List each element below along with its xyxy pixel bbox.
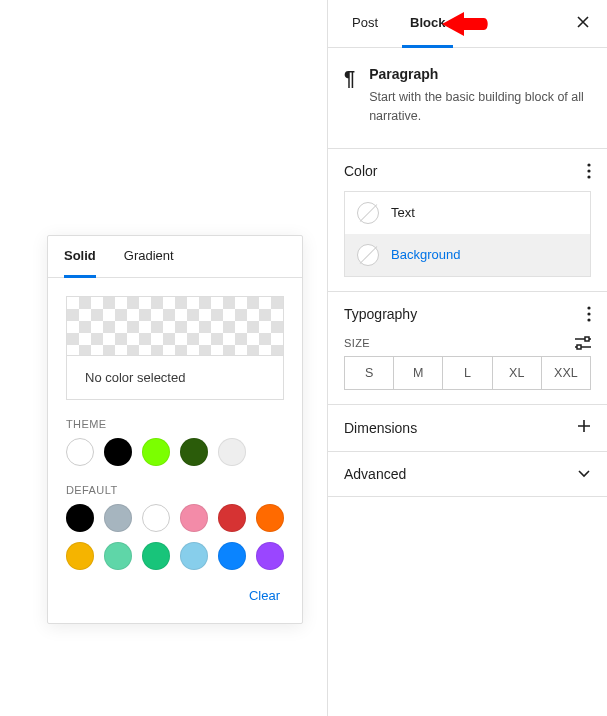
options-icon[interactable]	[587, 306, 591, 322]
size-buttons: SMLXLXXL	[344, 356, 591, 390]
panel-typography-header[interactable]: Typography	[344, 306, 591, 322]
tab-post[interactable]: Post	[344, 0, 386, 48]
color-swatch[interactable]	[104, 438, 132, 466]
tab-block[interactable]: Block	[402, 0, 453, 48]
size-m[interactable]: M	[394, 357, 443, 389]
panel-color: Color Text Background	[328, 149, 607, 292]
color-swatch[interactable]	[180, 542, 208, 570]
panel-color-header[interactable]: Color	[344, 163, 591, 179]
color-swatch[interactable]	[218, 504, 246, 532]
block-description: ¶ Paragraph Start with the basic buildin…	[328, 48, 607, 149]
color-swatch[interactable]	[142, 438, 170, 466]
sliders-icon[interactable]	[575, 336, 591, 350]
color-swatch[interactable]	[180, 504, 208, 532]
size-s[interactable]: S	[345, 357, 394, 389]
panel-advanced[interactable]: Advanced	[328, 452, 607, 497]
color-swatch[interactable]	[142, 504, 170, 532]
plus-icon[interactable]	[577, 419, 591, 437]
svg-point-3	[587, 306, 590, 309]
color-text-label: Text	[391, 205, 415, 220]
panel-typography-title: Typography	[344, 306, 417, 322]
color-picker-popup: Solid Gradient No color selected THEME D…	[47, 235, 303, 624]
svg-rect-9	[577, 345, 581, 349]
empty-color-icon	[357, 244, 379, 266]
block-title: Paragraph	[369, 66, 591, 82]
panel-typography: Typography SIZE SMLXLXXL	[328, 292, 607, 405]
svg-point-0	[587, 163, 590, 166]
svg-point-5	[587, 318, 590, 321]
color-swatch[interactable]	[66, 504, 94, 532]
theme-swatches	[48, 438, 302, 466]
panel-dimensions[interactable]: Dimensions	[328, 405, 607, 452]
clear-button[interactable]: Clear	[249, 588, 280, 603]
panel-advanced-title: Advanced	[344, 466, 406, 482]
swatch-preview[interactable]: No color selected	[66, 296, 284, 400]
color-swatch[interactable]	[218, 542, 246, 570]
color-background-label: Background	[391, 247, 460, 262]
size-l[interactable]: L	[443, 357, 492, 389]
color-swatch[interactable]	[142, 542, 170, 570]
empty-color-icon	[357, 202, 379, 224]
color-row-background[interactable]: Background	[345, 234, 590, 276]
color-swatch[interactable]	[256, 504, 284, 532]
panel-color-title: Color	[344, 163, 377, 179]
chevron-down-icon[interactable]	[577, 469, 591, 479]
panel-dimensions-title: Dimensions	[344, 420, 417, 436]
color-list: Text Background	[344, 191, 591, 277]
size-xl[interactable]: XL	[493, 357, 542, 389]
svg-rect-7	[585, 337, 589, 341]
block-subtitle: Start with the basic building block of a…	[369, 88, 591, 126]
options-icon[interactable]	[587, 163, 591, 179]
size-xxl[interactable]: XXL	[542, 357, 590, 389]
size-label: SIZE	[344, 337, 370, 349]
color-swatch[interactable]	[104, 504, 132, 532]
default-swatches	[48, 504, 302, 570]
tab-gradient[interactable]: Gradient	[124, 248, 174, 278]
canvas-area: Solid Gradient No color selected THEME D…	[0, 0, 327, 716]
tab-solid[interactable]: Solid	[64, 248, 96, 278]
svg-point-4	[587, 312, 590, 315]
paragraph-icon: ¶	[344, 66, 355, 126]
color-swatch[interactable]	[218, 438, 246, 466]
theme-label: THEME	[48, 400, 302, 438]
svg-point-1	[587, 169, 590, 172]
sidebar-tabs: Post Block	[328, 0, 607, 48]
color-swatch[interactable]	[66, 542, 94, 570]
color-row-text[interactable]: Text	[345, 192, 590, 234]
color-swatch[interactable]	[256, 542, 284, 570]
default-label: DEFAULT	[48, 466, 302, 504]
transparent-checker	[67, 297, 283, 355]
color-swatch[interactable]	[66, 438, 94, 466]
settings-sidebar: Post Block ¶ Paragraph Start with the ba…	[327, 0, 607, 716]
popup-tabs: Solid Gradient	[48, 236, 302, 278]
no-color-label: No color selected	[67, 355, 283, 399]
close-icon[interactable]	[575, 14, 591, 35]
color-swatch[interactable]	[180, 438, 208, 466]
color-swatch[interactable]	[104, 542, 132, 570]
svg-point-2	[587, 175, 590, 178]
